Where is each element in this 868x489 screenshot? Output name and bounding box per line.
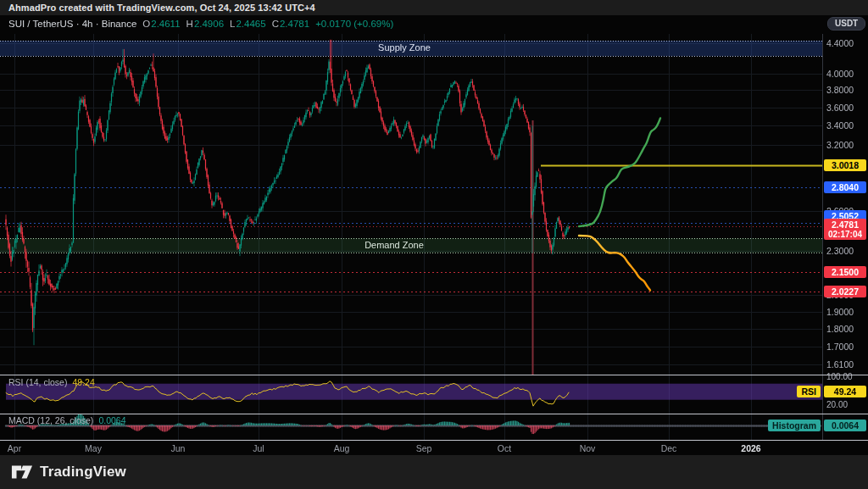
time-tick-Jun: Jun xyxy=(171,443,186,453)
macd-title[interactable]: MACD (12, 26, close) xyxy=(8,415,93,425)
rsi-title[interactable]: RSI (14, close) xyxy=(8,377,67,387)
price-axis-separator[interactable] xyxy=(822,34,823,440)
time-tick-May: May xyxy=(85,443,102,453)
macd-axis-badge-label: Histogram xyxy=(768,420,821,431)
macd-indicator-legend[interactable]: MACD (12, 26, close) 0.0064 xyxy=(8,415,126,425)
currency-toggle-button[interactable]: USDT xyxy=(827,17,865,31)
tradingview-logo-icon xyxy=(11,464,33,480)
rsi-indicator-legend[interactable]: RSI (14, close) 49.24 xyxy=(8,377,95,387)
price-tick-3.8000: 3.8000 xyxy=(826,85,854,95)
price-badge-2.8040: 2.8040 xyxy=(824,181,866,193)
price-badge-3.0018: 3.0018 xyxy=(824,159,866,171)
price-tick-2.3000: 2.3000 xyxy=(826,246,854,256)
attribution-bar: AhmadPro created with TradingView.com, O… xyxy=(0,0,868,15)
pane-divider-rsi-macd[interactable] xyxy=(0,414,868,414)
time-tick-Aug: Aug xyxy=(334,443,350,453)
countdown-timer: 02:17:04 xyxy=(824,230,866,239)
time-tick-Oct: Oct xyxy=(498,443,511,453)
rsi-scale-bottom: 20.00 xyxy=(826,400,848,409)
pane-divider-main-rsi[interactable] xyxy=(0,375,868,375)
change-value: +0.0170 (+0.69%) xyxy=(315,19,393,29)
rsi-axis-badge-label: RSI xyxy=(797,386,821,397)
macd-axis-badge-value: 0.0064 xyxy=(824,420,866,431)
price-tick-1.6100: 1.6100 xyxy=(826,359,854,370)
demand-zone-label[interactable]: Demand Zone xyxy=(356,240,432,250)
price-tick-3.2000: 3.2000 xyxy=(826,140,854,150)
tradingview-logo[interactable]: TradingView xyxy=(11,464,126,481)
high-value: H2.4906 xyxy=(186,19,225,29)
close-value: C2.4781 xyxy=(272,19,310,29)
time-tick-Apr: Apr xyxy=(8,443,21,453)
price-tick-1.8000: 1.8000 xyxy=(826,324,854,334)
symbol-title[interactable]: SUI / TetherUS · 4h · Binance xyxy=(8,19,136,29)
rsi-scale-top: 100.00 xyxy=(826,372,853,381)
price-chart-canvas[interactable] xyxy=(0,0,868,489)
price-badge-2.0227: 2.0227 xyxy=(824,286,866,297)
price-tick-4.0000: 4.0000 xyxy=(826,69,854,79)
time-tick-2026: 2026 xyxy=(741,443,760,453)
rsi-value: 49.24 xyxy=(72,377,94,387)
price-badge-2.1500: 2.1500 xyxy=(824,266,866,278)
time-tick-Nov: Nov xyxy=(580,443,596,453)
time-axis-border xyxy=(0,440,868,441)
footer-bar: TradingView xyxy=(0,455,868,489)
open-value: O2.4611 xyxy=(142,19,180,29)
price-tick-1.9000: 1.9000 xyxy=(826,307,854,317)
price-badge-2.4781: 2.478102:17:04 xyxy=(824,219,866,240)
tradingview-logo-text: TradingView xyxy=(40,464,126,481)
symbol-info-row[interactable]: SUI / TetherUS · 4h · Binance O2.4611 H2… xyxy=(8,19,393,29)
tradingview-chart-app: AhmadPro created with TradingView.com, O… xyxy=(0,0,868,489)
low-value: L2.4465 xyxy=(230,19,266,29)
time-tick-Sep: Sep xyxy=(416,443,432,453)
rsi-axis-badge-value: 49.24 xyxy=(824,386,866,397)
price-tick-1.7000: 1.7000 xyxy=(826,342,854,352)
supply-zone-label[interactable]: Supply Zone xyxy=(366,42,442,53)
macd-value: 0.0064 xyxy=(98,415,125,425)
time-tick-Jul: Jul xyxy=(253,443,264,453)
price-tick-4.4000: 4.4000 xyxy=(826,38,854,48)
price-tick-3.4000: 3.4000 xyxy=(826,120,854,131)
price-tick-3.6000: 3.6000 xyxy=(826,103,854,113)
attribution-text: AhmadPro created with TradingView.com, O… xyxy=(8,3,315,13)
time-tick-Dec: Dec xyxy=(661,443,677,453)
